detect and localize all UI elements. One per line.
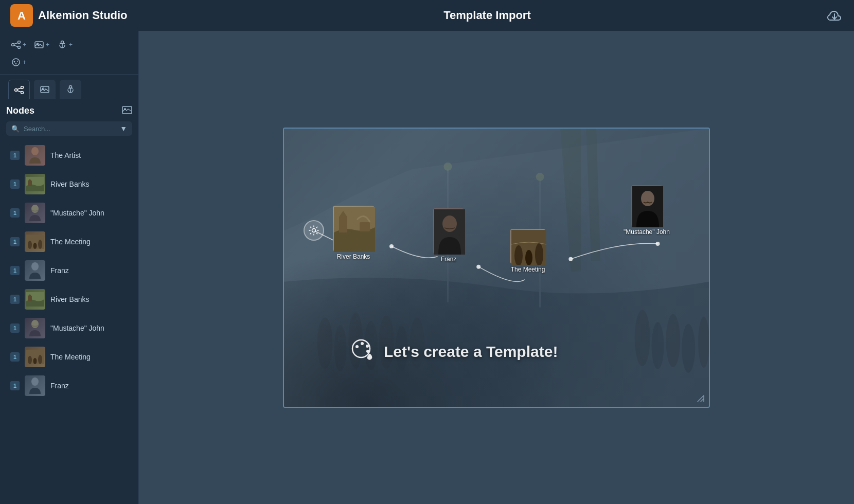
svg-point-4 <box>18 46 21 49</box>
filter-icon[interactable]: ▼ <box>120 124 127 133</box>
template-text: Let's create a Template! <box>384 343 558 361</box>
svg-rect-66 <box>360 222 370 231</box>
toolbar-effect-btn[interactable]: + <box>8 56 29 69</box>
svg-point-37 <box>31 320 39 328</box>
svg-point-35 <box>31 262 39 271</box>
list-item[interactable]: 1 River Banks <box>6 171 132 197</box>
node-name-franz2: Franz <box>50 382 69 390</box>
cloud-icon[interactable] <box>825 6 844 25</box>
image-plus: + <box>46 41 49 48</box>
svg-point-64 <box>312 228 316 232</box>
canvas-node-john[interactable]: "Mustache" John <box>624 185 670 236</box>
svg-point-78 <box>366 345 369 348</box>
svg-point-13 <box>14 61 15 63</box>
toolbar-anchor-btn[interactable]: + <box>55 38 76 51</box>
node-thumb-franz1 <box>25 260 45 281</box>
tab-image[interactable] <box>34 80 56 99</box>
canvas-label-franz: Franz <box>441 256 457 263</box>
svg-point-18 <box>21 91 24 94</box>
svg-point-72 <box>535 243 543 265</box>
node-thumb-riverbanks2 <box>25 289 45 310</box>
toolbar-image-btn[interactable]: + <box>31 39 52 51</box>
canvas-gear-node[interactable] <box>304 220 324 241</box>
sidebar-tabs <box>0 75 138 99</box>
node-thumb-artist <box>25 145 45 166</box>
canvas-thumb-riverbanks <box>333 206 374 251</box>
page-title: Template Import <box>149 9 825 22</box>
svg-line-19 <box>17 88 21 89</box>
tab-share[interactable] <box>8 80 30 99</box>
svg-point-2 <box>12 44 14 46</box>
canvas-label-riverbanks: River Banks <box>337 253 370 260</box>
svg-point-32 <box>28 241 32 249</box>
list-item[interactable]: 1 The Meeting <box>6 228 132 255</box>
svg-point-74 <box>641 191 654 206</box>
search-input[interactable] <box>24 125 116 133</box>
svg-point-30 <box>31 205 39 213</box>
svg-point-39 <box>28 356 32 364</box>
logo-icon: A <box>10 4 33 27</box>
sidebar-content: Nodes 🔍 ▼ 1 <box>0 99 138 504</box>
template-overlay: Let's create a Template! <box>351 338 558 366</box>
node-name-riverbanks1: River Banks <box>50 180 89 188</box>
list-item[interactable]: 1 Franz <box>6 257 132 284</box>
svg-point-28 <box>31 147 39 155</box>
svg-point-79 <box>366 350 369 353</box>
svg-point-76 <box>355 345 359 348</box>
list-item[interactable]: 1 "Mustache" John <box>6 200 132 226</box>
node-thumb-john2 <box>25 318 45 338</box>
node-thumb-riverbanks1 <box>25 174 45 194</box>
search-icon: 🔍 <box>11 125 20 133</box>
toolbar-row2: + <box>8 56 130 69</box>
node-thumb-franz2 <box>25 375 45 396</box>
svg-point-15 <box>15 63 16 64</box>
svg-point-42 <box>31 377 39 386</box>
canvas-resize-handle[interactable] <box>696 393 706 404</box>
sidebar: + + + <box>0 31 139 504</box>
header: A Alkemion Studio Template Import <box>0 0 854 31</box>
list-item[interactable]: 1 River Banks <box>6 286 132 313</box>
list-item[interactable]: 1 Franz <box>6 372 132 399</box>
node-name-john1: "Mustache" John <box>50 209 104 217</box>
canvas-thumb-john <box>631 185 662 226</box>
sidebar-toolbar: + + + <box>0 31 138 75</box>
canvas-node-riverbanks[interactable]: River Banks <box>333 206 374 260</box>
svg-point-14 <box>17 61 18 62</box>
tab-anchor[interactable] <box>60 80 81 99</box>
node-thumb-meeting1 <box>25 231 45 252</box>
svg-point-77 <box>361 342 364 345</box>
node-name-franz1: Franz <box>50 266 69 275</box>
nodes-title: Nodes <box>6 105 34 116</box>
svg-point-12 <box>12 59 20 66</box>
svg-point-68 <box>442 215 457 232</box>
list-item[interactable]: 1 "Mustache" John <box>6 315 132 341</box>
logo-text: Alkemion Studio <box>38 9 128 22</box>
canvas-node-meeting[interactable]: The Meeting <box>510 229 545 273</box>
node-name-john2: "Mustache" John <box>50 324 104 332</box>
canvas-thumb-meeting <box>510 229 545 264</box>
list-item[interactable]: 1 The Artist <box>6 142 132 169</box>
canvas-frame[interactable]: River Banks Franz <box>283 128 710 408</box>
canvas-node-franz[interactable]: Franz <box>433 208 464 263</box>
svg-line-5 <box>14 43 18 44</box>
node-name-artist: The Artist <box>50 151 81 159</box>
nodes-header: Nodes <box>6 105 132 116</box>
canvas-area: River Banks Franz <box>139 31 854 504</box>
svg-text:A: A <box>17 9 26 22</box>
canvas-label-meeting: The Meeting <box>511 266 545 273</box>
canvas-thumb-franz <box>433 208 464 254</box>
list-item[interactable]: 1 The Meeting <box>6 344 132 370</box>
palette-icon <box>351 338 376 366</box>
main-layout: + + + <box>0 31 854 504</box>
svg-point-3 <box>18 41 21 44</box>
toolbar-share-btn[interactable]: + <box>8 39 29 51</box>
svg-point-34 <box>38 240 42 249</box>
svg-line-20 <box>17 91 21 92</box>
svg-line-6 <box>14 45 18 47</box>
canvas-label-john: "Mustache" John <box>624 228 670 236</box>
svg-point-71 <box>525 250 532 265</box>
node-name-riverbanks2: River Banks <box>50 295 89 303</box>
search-bar: 🔍 ▼ <box>6 121 132 136</box>
svg-point-17 <box>21 86 24 88</box>
node-name-meeting1: The Meeting <box>50 238 91 246</box>
